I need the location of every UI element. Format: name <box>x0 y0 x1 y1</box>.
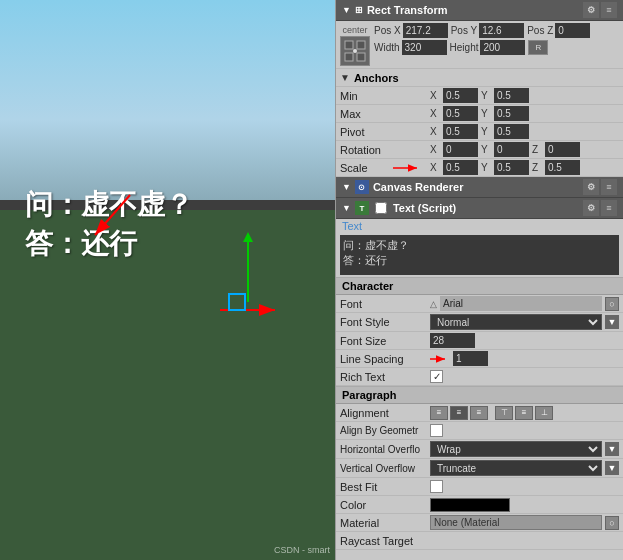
center-label: center <box>342 25 367 35</box>
width-input[interactable] <box>402 40 447 55</box>
rot-z-input[interactable] <box>545 142 580 157</box>
best-fit-checkbox[interactable] <box>430 480 443 493</box>
align-left-btn[interactable]: ≡ <box>430 406 448 420</box>
horiz-overflow-select[interactable]: Wrap Overflow <box>430 441 602 457</box>
pos-x-input[interactable] <box>403 23 448 38</box>
expand-arrow-text[interactable]: ▼ <box>342 203 351 213</box>
scale-z-input[interactable] <box>545 160 580 175</box>
pivot-x-label: X <box>430 126 440 137</box>
pos-z-field: Pos Z <box>527 23 590 38</box>
rect-transform-settings-icon[interactable]: ⚙ <box>583 2 599 18</box>
line-spacing-field <box>430 351 619 366</box>
expand-arrow-canvas[interactable]: ▼ <box>342 182 351 192</box>
rot-y-input[interactable] <box>494 142 529 157</box>
inspector-panel[interactable]: ▼ ⊞ Rect Transform ⚙ ≡ center <box>335 0 623 560</box>
width-label: Width <box>374 42 400 53</box>
pos-z-input[interactable] <box>555 23 590 38</box>
paragraph-section-title: Paragraph <box>336 386 623 404</box>
horiz-overflow-row: Horizontal Overflo Wrap Overflow ▼ <box>336 440 623 459</box>
align-by-geometry-checkbox[interactable] <box>430 424 443 437</box>
rich-text-field <box>430 370 619 383</box>
vert-overflow-select[interactable]: Truncate Overflow <box>430 460 602 476</box>
pos-row-1: Pos X Pos Y Pos Z <box>374 23 619 38</box>
height-label: Height <box>450 42 479 53</box>
sky-background <box>0 0 335 200</box>
material-input[interactable] <box>430 515 602 530</box>
text-script-icon: T <box>355 201 369 215</box>
expand-arrow-rect[interactable]: ▼ <box>342 5 351 15</box>
font-style-arrow: ▼ <box>605 315 619 329</box>
text-script-settings-icon[interactable]: ⚙ <box>583 200 599 216</box>
rich-text-checkbox[interactable] <box>430 370 443 383</box>
color-swatch[interactable] <box>430 498 510 512</box>
pivot-y-label: Y <box>481 126 491 137</box>
anchor-icon[interactable] <box>340 36 370 66</box>
min-x-input[interactable] <box>443 88 478 103</box>
resize-icon[interactable]: R <box>528 40 548 55</box>
font-size-label: Font Size <box>340 335 430 347</box>
canvas-renderer-menu-icon[interactable]: ≡ <box>601 179 617 195</box>
height-input[interactable] <box>480 40 525 55</box>
rect-transform-icon: ⊞ <box>355 5 363 15</box>
pivot-x-input[interactable] <box>443 124 478 139</box>
vert-overflow-field: Truncate Overflow ▼ <box>430 460 619 476</box>
pos-x-field: Pos X <box>374 23 448 38</box>
text-content-area[interactable]: 问：虚不虚？ 答：还行 <box>340 235 619 275</box>
min-y-input[interactable] <box>494 88 529 103</box>
rot-x-input[interactable] <box>443 142 478 157</box>
align-bottom-btn[interactable]: ⊥ <box>535 406 553 420</box>
expand-arrow-anchors[interactable]: ▼ <box>340 72 350 83</box>
material-field: ○ <box>430 515 619 530</box>
pos-y-field: Pos Y <box>451 23 525 38</box>
line-spacing-input[interactable] <box>453 351 488 366</box>
scale-y-input[interactable] <box>494 160 529 175</box>
align-by-geometry-label: Align By Geometr <box>340 425 430 436</box>
canvas-renderer-header: ▼ ⊙ Canvas Renderer ⚙ ≡ <box>336 177 623 198</box>
anchor-pos-row: center Pos X Pos Y <box>336 21 623 69</box>
max-label: Max <box>340 108 430 120</box>
min-fields: X Y <box>430 88 619 103</box>
pos-fields: Pos X Pos Y Pos Z Width Height <box>374 23 619 55</box>
font-input[interactable] <box>440 296 602 311</box>
pivot-y-input[interactable] <box>494 124 529 139</box>
font-size-input[interactable] <box>430 333 475 348</box>
text-script-menu-icon[interactable]: ≡ <box>601 200 617 216</box>
max-y-input[interactable] <box>494 106 529 121</box>
best-fit-field <box>430 480 619 493</box>
material-select-btn[interactable]: ○ <box>605 516 619 530</box>
align-top-btn[interactable]: ⊤ <box>495 406 513 420</box>
pos-y-input[interactable] <box>479 23 524 38</box>
watermark: CSDN - smart <box>274 545 330 555</box>
font-style-select[interactable]: Normal Bold Italic <box>430 314 602 330</box>
y-axis-arrow <box>243 232 253 242</box>
align-right-btn[interactable]: ≡ <box>470 406 488 420</box>
font-size-field <box>430 333 619 348</box>
align-by-geometry-field <box>430 424 619 437</box>
svg-rect-6 <box>345 53 353 61</box>
selected-object-rect <box>228 293 246 311</box>
text-script-enabled-checkbox[interactable] <box>375 202 387 214</box>
pos-x-label: Pos X <box>374 25 401 36</box>
min-label: Min <box>340 90 430 102</box>
height-field: Height <box>450 40 526 55</box>
font-size-row: Font Size <box>336 332 623 350</box>
pivot-fields: X Y <box>430 124 619 139</box>
horiz-overflow-label: Horizontal Overflo <box>340 444 430 455</box>
font-select-btn[interactable]: ○ <box>605 297 619 311</box>
font-style-field: Normal Bold Italic ▼ <box>430 314 619 330</box>
align-middle-btn[interactable]: ≡ <box>515 406 533 420</box>
max-x-input[interactable] <box>443 106 478 121</box>
vert-overflow-arrow: ▼ <box>605 461 619 475</box>
align-center-btn[interactable]: ≡ <box>450 406 468 420</box>
max-y-label: Y <box>481 108 491 119</box>
rot-y-label: Y <box>481 144 491 155</box>
canvas-renderer-settings-icon[interactable]: ⚙ <box>583 179 599 195</box>
scale-arrow <box>393 162 423 174</box>
scale-row: Scale X Y Z <box>336 159 623 177</box>
resize-symbol: R <box>536 43 542 52</box>
scale-x-input[interactable] <box>443 160 478 175</box>
rich-text-label: Rich Text <box>340 371 430 383</box>
rect-transform-menu-icon[interactable]: ≡ <box>601 2 617 18</box>
scale-y-label: Y <box>481 162 491 173</box>
scale-fields: X Y Z <box>430 160 619 175</box>
